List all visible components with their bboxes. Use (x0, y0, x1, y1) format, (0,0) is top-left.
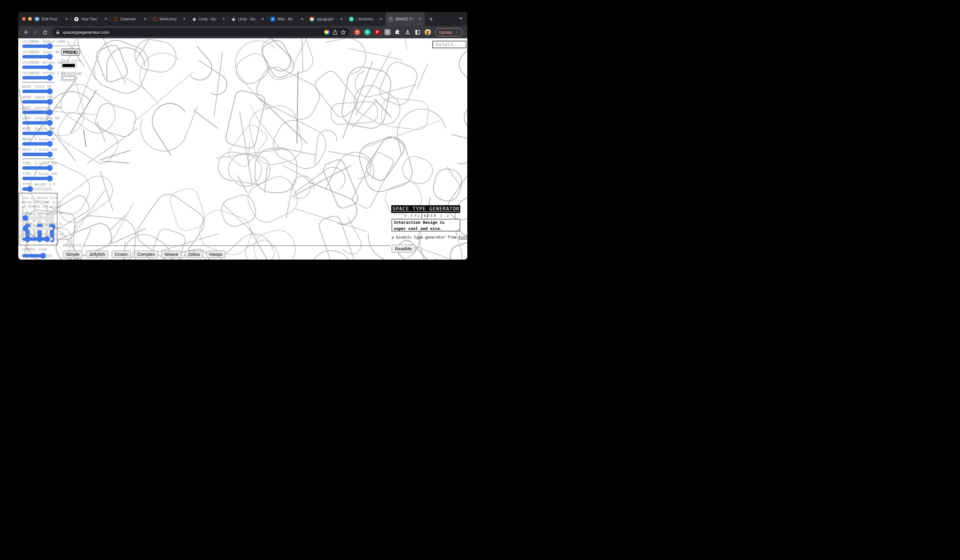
url-text[interactable]: spacetypegenerator.com (63, 30, 321, 35)
share-icon[interactable] (333, 30, 338, 35)
slider-row: WAVE: Latitude 200 (22, 106, 62, 115)
font-select-dropdown[interactable]: Select... (432, 41, 466, 48)
close-tab-icon[interactable]: × (64, 17, 69, 22)
readme-button[interactable]: ReadMe (392, 245, 415, 252)
slider-row: TWEAK: Y Rotation 0 (22, 222, 57, 231)
camera-zoom-slider[interactable] (22, 253, 53, 258)
close-tab-icon[interactable]: × (182, 17, 187, 22)
credit-line: a kinetic type generator from kielm (392, 235, 467, 239)
site-title: SPACE TYPE GENERATOR (391, 205, 460, 213)
type-color-picker[interactable] (61, 63, 77, 68)
tab-calendar[interactable]: Calendar× (110, 12, 150, 26)
bookmark-star-icon[interactable] (341, 30, 346, 35)
tab-title: SPACE TY (395, 17, 415, 21)
tab-mail-mc[interactable]: oMail - Mc× (267, 12, 307, 26)
grammarly-icon[interactable]: G (364, 29, 371, 35)
slider[interactable] (22, 120, 53, 126)
close-tab-icon[interactable]: × (221, 17, 226, 22)
slider-label: TWEAK: Y Rotation 0 (22, 222, 57, 226)
preset-complex-button[interactable]: Complex (134, 250, 158, 258)
preset-weave-button[interactable]: Weave (162, 250, 182, 258)
slider-row: TYPE: X-Scale 100 (22, 161, 62, 171)
close-tab-icon[interactable]: × (300, 17, 305, 22)
wave-slider-group: WAVE: Count 10WAVE: Speed 100WAVE: Latit… (22, 85, 62, 157)
preset-zebra-button[interactable]: Zebra (185, 250, 203, 258)
presets-section: PRESETS SimpleJellyfishCrownComplexWeave… (63, 244, 390, 258)
close-tab-icon[interactable]: × (339, 17, 344, 22)
outlook-icon: o (270, 17, 275, 22)
slider[interactable] (22, 165, 53, 171)
forward-button[interactable] (31, 28, 40, 37)
slider[interactable] (22, 236, 53, 242)
close-tab-icon[interactable]: × (142, 17, 147, 22)
slider-row: TYPE: Weight 2.5 (22, 182, 62, 191)
tab-year-two[interactable]: ǂYear Two× (71, 12, 110, 26)
slider[interactable] (22, 110, 53, 115)
tab-space-ty[interactable]: ⊕SPACE TY× (386, 12, 425, 26)
tab-unity-ma[interactable]: ◆Unity - Ma× (228, 12, 267, 26)
slider[interactable] (22, 75, 53, 80)
close-tab-icon[interactable]: × (103, 17, 108, 22)
kielm-link[interactable]: kielm (459, 235, 467, 239)
honey-icon[interactable]: h (384, 29, 390, 35)
pride-button[interactable]: PRIDE! (61, 48, 80, 56)
update-chrome-button[interactable]: Update ⋮ (435, 28, 463, 37)
slider[interactable] (22, 131, 53, 136)
background-picker[interactable] (61, 75, 77, 81)
download-icon[interactable] (405, 29, 411, 35)
reload-button[interactable] (40, 28, 50, 37)
back-button[interactable] (21, 28, 30, 37)
slider[interactable] (22, 152, 53, 157)
tab-edit-post[interactable]: WEdit Post× (32, 12, 71, 26)
tab-title: Unity - Ma (199, 17, 219, 21)
address-bar[interactable]: spacetypegenerator.com (52, 28, 349, 37)
minimize-window-button[interactable] (28, 17, 32, 21)
adblock-icon[interactable] (354, 29, 360, 35)
slider[interactable] (22, 176, 53, 181)
new-tab-button[interactable]: + (427, 14, 436, 24)
tab-search-chevron-icon[interactable] (459, 16, 463, 21)
group-divider (22, 158, 54, 159)
puzzle-extensions-icon[interactable] (394, 29, 400, 35)
cylinder-slider-group: CYLINDER: Radius 1000CYLINDER: Count 30C… (22, 40, 62, 80)
slider[interactable] (22, 54, 53, 59)
slider-label: WAVE: Ripple 100 (22, 127, 62, 131)
preset-simple-button[interactable]: Simple (63, 250, 83, 258)
close-tab-icon[interactable]: × (418, 17, 422, 22)
profile-avatar[interactable] (425, 29, 431, 35)
slider[interactable] (22, 141, 53, 147)
tab-title: - Gramma (356, 17, 376, 21)
close-tab-icon[interactable]: × (378, 17, 383, 22)
close-window-button[interactable] (22, 17, 26, 21)
tab-typograph[interactable]: typograph× (307, 12, 346, 26)
google-icon[interactable] (324, 29, 330, 35)
tweak-note: Use to smooth form after LATITUDE (x,y) … (22, 196, 57, 209)
slider-label: WAVE: Speed 100 (22, 95, 62, 99)
preset-jellyfish-button[interactable]: Jellyfish (86, 250, 108, 258)
browser-toolbar: spacetypegenerator.com G P h (18, 26, 467, 38)
slider-label: CYLINDER: Count 30 (22, 50, 62, 54)
tab-workshop[interactable]: Workshop× (150, 12, 189, 26)
slider[interactable] (22, 226, 53, 231)
kebab-menu-icon[interactable]: ⋮ (455, 30, 459, 35)
slider[interactable] (22, 99, 53, 104)
textarea-resize-handle[interactable] (456, 228, 459, 231)
slider[interactable] (22, 215, 53, 221)
version-label: _V.CYLINDER 1.1 (391, 214, 460, 218)
tab-unity-ma[interactable]: ◆Unity - Ma× (189, 12, 228, 26)
slider[interactable] (22, 65, 53, 70)
globe-icon: ⊕ (388, 17, 393, 22)
sidebar-panel-icon[interactable] (414, 29, 421, 35)
preset-crown-button[interactable]: Crown (112, 250, 131, 258)
type-text-input[interactable] (392, 219, 460, 231)
slider[interactable] (22, 43, 53, 49)
slider[interactable] (22, 89, 53, 94)
wordpress-icon: W (35, 17, 40, 22)
presets-label: PRESETS (63, 244, 82, 248)
slider[interactable] (22, 187, 53, 191)
tab-title: Workshop (160, 17, 180, 21)
preset-hoops-button[interactable]: Hoops (206, 250, 226, 258)
pinterest-icon[interactable]: P (374, 29, 381, 35)
close-tab-icon[interactable]: × (261, 17, 266, 22)
tab-gramma[interactable]: G- Gramma× (346, 12, 386, 26)
